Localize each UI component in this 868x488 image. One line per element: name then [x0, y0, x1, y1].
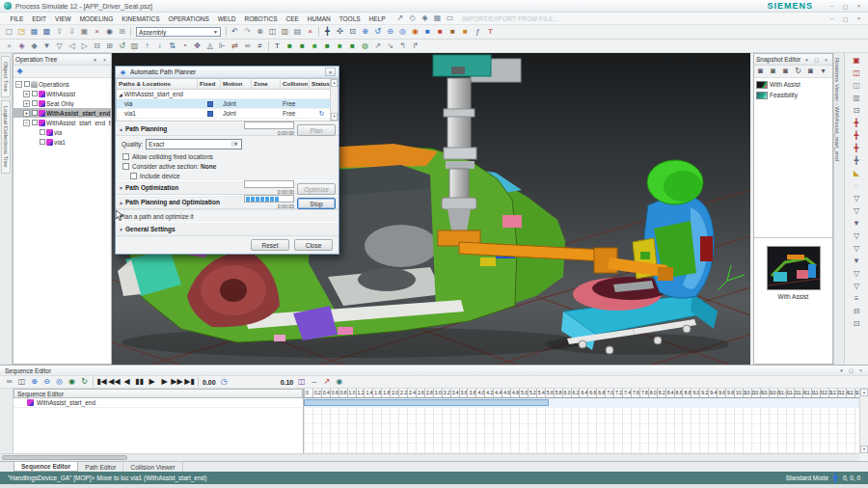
panel-menu-icon[interactable]: ▾	[91, 55, 99, 64]
tree-filter-icon[interactable]: ◈	[14, 66, 26, 77]
find-icon[interactable]: ◉	[66, 376, 78, 388]
camera-menu-icon[interactable]: ▾	[817, 66, 829, 77]
tree-checkbox[interactable]	[32, 120, 38, 125]
filter-1-icon[interactable]: ▽	[851, 193, 863, 204]
view-style-features-icon[interactable]: ■	[459, 26, 472, 38]
marker-2-icon[interactable]: ◆	[28, 41, 41, 52]
filter-8-icon[interactable]: ▽	[851, 281, 863, 292]
filter-5-icon[interactable]: ▽	[851, 243, 863, 255]
dialog-close-icon[interactable]: ×	[325, 68, 336, 76]
fixed-checkbox-cell[interactable]	[198, 109, 221, 118]
current-time-value[interactable]: 0.00	[203, 379, 216, 386]
sequence-row[interactable]: WithAssist_start_end	[14, 398, 303, 408]
open-study-icon[interactable]: ◳	[15, 26, 28, 38]
snapshot-red-icon[interactable]: ▣	[851, 55, 863, 67]
align-2-icon[interactable]: ⊞	[103, 41, 116, 52]
markup-icon[interactable]: ↗	[393, 13, 406, 24]
column-header-paths-locations[interactable]: Paths & Locations	[117, 79, 198, 89]
stop-button[interactable]: Stop	[297, 198, 336, 209]
panel-toggle-icon[interactable]: ⊟	[851, 306, 863, 317]
collapse-icon[interactable]: −	[15, 81, 22, 88]
filter-6-icon[interactable]: ▼	[851, 256, 863, 267]
retrace-icon[interactable]: ↺	[116, 41, 128, 52]
gantt-options-icon[interactable]: ◉	[333, 376, 345, 388]
tree-row[interactable]: +Seat Only	[14, 98, 111, 108]
loc-up-icon[interactable]: ↑	[141, 41, 153, 52]
combined-section[interactable]: ▲ Path Planning and Optimization 0:00:03…	[116, 195, 339, 209]
camera-edit-icon[interactable]: ◙	[779, 66, 792, 77]
bottom-tab-sequence-editor[interactable]: Sequence Editor	[14, 462, 78, 472]
panel-pin-icon[interactable]: ▢	[812, 55, 821, 64]
fixed-checkbox[interactable]	[207, 101, 213, 107]
path-optimization-section[interactable]: ▼ Path Optimization 0:00:00 Optimize	[116, 180, 339, 195]
marker-4-icon[interactable]: ▽	[53, 41, 66, 52]
view-style-mixed-icon[interactable]: ■	[447, 26, 459, 38]
snapshot-item[interactable]: Feasibility	[754, 90, 832, 100]
fixed-checkbox-cell[interactable]	[198, 99, 221, 108]
screen-layout-icon[interactable]: ▭	[444, 13, 456, 24]
layout-icon[interactable]: ⊞	[116, 26, 128, 38]
menu-file[interactable]: FILE	[6, 15, 28, 22]
menu-operations[interactable]: OPERATIONS	[164, 15, 213, 22]
layers-icon[interactable]: ≡	[851, 293, 863, 305]
filter-3-icon[interactable]: ▼	[851, 218, 863, 230]
camera-new-icon[interactable]: ◙	[754, 66, 767, 77]
snapshot-icon[interactable]: ▣	[78, 26, 91, 38]
expand-icon[interactable]: +	[23, 110, 30, 117]
zoom-out-icon[interactable]: ⊖	[384, 26, 396, 38]
plan-button[interactable]: Plan	[297, 124, 336, 136]
mdi-close-button[interactable]: ×	[854, 14, 864, 23]
zone-cell[interactable]	[252, 99, 281, 108]
motion-cell[interactable]: Joint	[221, 109, 252, 118]
arrow-ne-icon[interactable]: ↗	[371, 41, 384, 52]
filter-7-icon[interactable]: ▽	[851, 268, 863, 280]
tree-checkbox[interactable]	[32, 91, 38, 96]
placement-red-3-icon[interactable]: ╋	[851, 143, 863, 154]
menu-cee[interactable]: CEE	[282, 15, 303, 22]
panel-close-icon[interactable]: ×	[100, 55, 109, 64]
delete-object-icon[interactable]: ×	[304, 26, 316, 38]
undo-icon[interactable]: ↶	[229, 26, 241, 38]
column-header-status[interactable]: Status	[310, 79, 332, 89]
save-icon[interactable]: ▦	[28, 26, 41, 38]
menu-modeling[interactable]: MODELING	[75, 15, 118, 22]
window-minimize-button[interactable]: –	[827, 2, 837, 11]
marker-6-icon[interactable]: ▷	[78, 41, 91, 52]
import-icon[interactable]: ⇧	[53, 26, 66, 38]
frame-display-icon[interactable]: ƒ	[472, 26, 484, 38]
jump-to-start-icon[interactable]: ▮◀	[95, 376, 108, 388]
tree-row[interactable]: via1	[14, 137, 111, 147]
arrow-prev-icon[interactable]: ↰	[396, 41, 409, 52]
dialog-title-bar[interactable]: ◈ Automatic Path Planner ×	[116, 67, 339, 78]
attach-icon[interactable]: ∞	[241, 41, 254, 52]
scrollbar-thumb[interactable]	[2, 455, 127, 460]
pie-check-icon[interactable]: ◔	[178, 41, 191, 52]
arrow-se-icon[interactable]: ↘	[384, 41, 396, 52]
redo-icon[interactable]: ↷	[241, 26, 254, 38]
mdi-minimize-button[interactable]: –	[827, 14, 837, 23]
mount-tool-icon[interactable]: ⊩	[216, 41, 229, 52]
panel-menu-icon[interactable]: ▾	[837, 366, 846, 375]
hand-place-icon[interactable]: ✥	[191, 41, 203, 52]
filter-2-icon[interactable]: ▽	[851, 205, 863, 217]
tree-row[interactable]: −Operations	[14, 79, 111, 89]
marker-3-icon[interactable]: ▼	[41, 41, 53, 52]
panel-close-icon[interactable]: ×	[822, 55, 830, 64]
rotate-view-icon[interactable]: ↺	[371, 26, 384, 38]
align-1-icon[interactable]: ⊟	[91, 41, 103, 52]
cube-green-7-icon[interactable]: ◍	[359, 41, 371, 52]
path-row[interactable]: ◢WithAssist_start_end	[117, 90, 338, 99]
timeline[interactable]: 00.20.40.60.81.01.21.41.61.82.02.22.42.6…	[303, 389, 859, 453]
sequence-vertical-scrollbar[interactable]: ▲▼	[859, 389, 868, 453]
copy-gray-icon[interactable]: ◫	[851, 80, 863, 92]
window-close-button[interactable]: ×	[854, 2, 864, 11]
tree-checkbox[interactable]	[32, 100, 38, 106]
left-tab-object-tree[interactable]: Object Tree	[1, 56, 11, 97]
path-planning-section[interactable]: ▲ Path Planning 0:00:00 Plan	[116, 122, 339, 136]
time-step-value[interactable]: 0.10	[281, 379, 294, 386]
export-icon[interactable]: ⇩	[66, 26, 78, 38]
placement-red-1-icon[interactable]: ╋	[851, 118, 863, 129]
paste-gray-icon[interactable]: ▥	[851, 93, 863, 104]
menu-tools[interactable]: TOOLS	[335, 15, 365, 22]
pan-icon[interactable]: ✣	[334, 26, 346, 38]
